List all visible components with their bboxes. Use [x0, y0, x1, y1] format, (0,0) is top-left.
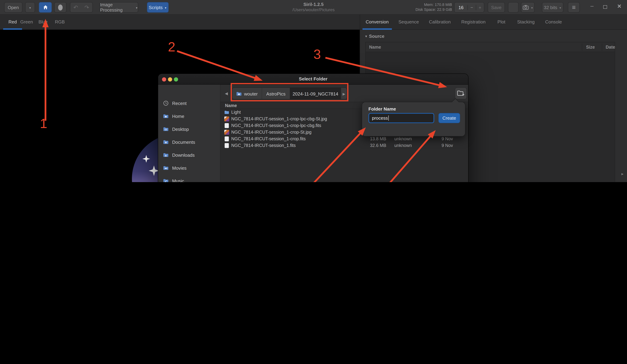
working-directory: /Users/wouter/Pictures: [245, 7, 382, 12]
clock-icon: [163, 101, 169, 106]
sidebar-item-downloads[interactable]: Downloads: [158, 149, 220, 161]
channel-tabbar: [0, 15, 360, 30]
window-minimize-button[interactable]: –: [588, 3, 595, 11]
sidebar-item-desktop[interactable]: Desktop: [158, 123, 220, 135]
snapshot-button[interactable]: ▼: [521, 2, 535, 13]
tab-rgb[interactable]: RGB: [55, 19, 65, 24]
chevron-down-icon: ▼: [135, 6, 138, 9]
sidebar-item-movies[interactable]: Movies: [158, 162, 220, 174]
open-button[interactable]: Open: [4, 2, 22, 13]
documents-folder-icon: [163, 140, 169, 145]
fits-file-icon: [225, 123, 229, 128]
dialog-titlebar[interactable]: Select Folder: [158, 74, 468, 85]
source-col-name[interactable]: Name: [369, 45, 381, 50]
tab-plot[interactable]: Plot: [498, 19, 505, 24]
hamburger-menu-button[interactable]: ≡: [568, 2, 580, 13]
new-folder-button[interactable]: [455, 88, 467, 99]
tab-stacking[interactable]: Stacking: [517, 19, 535, 24]
tab-green[interactable]: Green: [20, 19, 33, 24]
path-forward-chevron[interactable]: ▶: [341, 88, 347, 99]
sidebar-item-music[interactable]: Music: [158, 175, 220, 182]
save-as-button[interactable]: [508, 2, 519, 13]
home-folder-icon: [236, 91, 242, 96]
window-close-button[interactable]: ✕: [616, 3, 623, 11]
file-type: unknown: [394, 136, 412, 141]
image-processing-menu[interactable]: Image Processing▼: [100, 2, 138, 13]
file-row[interactable]: NGC_7814-IRCUT-session_1-crop.fits 13.8 …: [220, 136, 468, 142]
tab-registration[interactable]: Registration: [461, 19, 486, 24]
breadcrumb-wouter[interactable]: wouter: [232, 88, 262, 99]
path-back-chevron[interactable]: ◀: [223, 89, 229, 98]
undo-button[interactable]: ↶: [70, 2, 82, 13]
zoom-plus-button[interactable]: +: [476, 5, 484, 10]
sidebar-item-home[interactable]: Home: [158, 110, 220, 122]
record-button[interactable]: [54, 2, 66, 13]
scripts-menu[interactable]: Scripts▼: [147, 2, 169, 13]
home-button[interactable]: [39, 2, 52, 13]
home-icon: [43, 4, 48, 10]
file-row[interactable]: NGC_7814-IRCUT-session_1.fits 32.6 MB un…: [220, 142, 468, 149]
hamburger-icon: ≡: [572, 4, 575, 11]
panel-collapse-chevron[interactable]: ▸: [622, 171, 624, 176]
file-size: 13.8 MB: [369, 136, 386, 141]
undo-icon: ↶: [73, 4, 78, 11]
tab-conversion-underline: [363, 28, 392, 30]
camera-icon: [522, 4, 529, 10]
file-type: unknown: [394, 143, 412, 148]
folder-name-label: Folder Name: [368, 106, 396, 112]
sidebar-item-recent[interactable]: Recent: [158, 97, 220, 109]
tab-console[interactable]: Console: [545, 19, 562, 24]
breadcrumb: wouter AstroPics 2024-11-09_NGC7814 ▶: [232, 88, 347, 99]
text-caret: [388, 115, 389, 121]
save-button[interactable]: Save: [488, 2, 505, 13]
tab-red-underline: [3, 28, 22, 30]
memory-info: Mem: 170.8 MiB Disk Space: 22.9 GiB: [395, 2, 452, 12]
folder-name-popover: Folder Name process Create: [362, 102, 465, 136]
tab-conversion[interactable]: Conversion: [366, 19, 389, 24]
redo-button[interactable]: ↷: [81, 2, 93, 13]
chevron-down-icon: ▼: [164, 6, 167, 9]
source-expander[interactable]: ▼ Source: [365, 34, 384, 39]
record-icon: [58, 4, 63, 10]
window-maximize-button[interactable]: [603, 5, 607, 9]
bit-depth-select[interactable]: 32 bits▼: [542, 2, 563, 13]
breadcrumb-current-folder[interactable]: 2024-11-09_NGC7814: [290, 88, 341, 99]
zoom-value: 16: [455, 5, 468, 10]
disk-label: Disk Space: 22.9 GiB: [395, 7, 452, 12]
zoom-minus-button[interactable]: −: [468, 5, 476, 10]
window-title: Siril-1.2.5 /Users/wouter/Pictures: [245, 2, 382, 12]
sidebar-item-documents[interactable]: Documents: [158, 136, 220, 148]
dialog-sidebar: Recent Home Desktop Documents Downloads …: [158, 85, 220, 182]
tab-sequence[interactable]: Sequence: [398, 19, 419, 24]
source-col-size[interactable]: Size: [586, 45, 595, 50]
desktop-folder-icon: [163, 127, 169, 132]
chevron-down-icon: ▼: [29, 6, 31, 9]
music-folder-icon: [163, 178, 169, 182]
image-file-icon: [224, 116, 229, 121]
tab-blue[interactable]: Blue: [39, 19, 48, 24]
fits-file-icon: [225, 136, 229, 141]
source-col-date[interactable]: Date: [606, 45, 615, 50]
select-folder-dialog: Select Folder Recent Home Desktop Docume…: [158, 74, 468, 182]
folder-icon: [224, 110, 229, 115]
app-title: Siril-1.2.5: [245, 2, 382, 7]
tab-calibration[interactable]: Calibration: [429, 19, 451, 24]
tab-red[interactable]: Red: [8, 19, 17, 24]
folder-name-input[interactable]: process: [368, 113, 434, 123]
zoom-stepper[interactable]: 16 − +: [454, 2, 484, 13]
open-dropdown-button[interactable]: ▼: [25, 2, 35, 13]
file-date: 9 Nov: [442, 143, 453, 148]
dialog-title: Select Folder: [158, 76, 468, 82]
file-size: 32.6 MB: [369, 143, 386, 148]
expander-triangle-icon: ▼: [365, 35, 368, 38]
source-table-header: Name Size Date: [366, 42, 615, 52]
downloads-folder-icon: [163, 153, 169, 157]
movies-folder-icon: [163, 165, 169, 170]
breadcrumb-astropics[interactable]: AstroPics: [262, 88, 290, 99]
mem-label: Mem: 170.8 MiB: [395, 2, 452, 7]
redo-icon: ↷: [85, 4, 89, 11]
file-date: 9 Nov: [442, 136, 453, 141]
file-list-header[interactable]: Name: [225, 103, 237, 108]
download-icon: [510, 4, 517, 11]
create-button[interactable]: Create: [438, 113, 460, 123]
